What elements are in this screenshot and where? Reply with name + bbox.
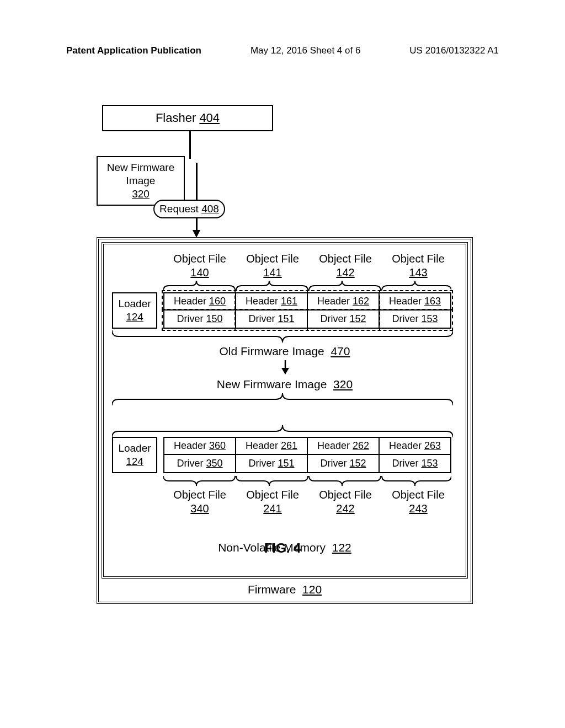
- driver-cell: Driver 153: [380, 311, 450, 328]
- driver-cell: Driver 151: [236, 455, 308, 472]
- header-cell: Header 360: [164, 438, 236, 454]
- flasher-label: Flasher: [156, 111, 196, 125]
- publication-type: Patent Application Publication: [66, 45, 201, 56]
- driver-cell: Driver 153: [380, 455, 450, 472]
- object-file-label: Object File 242: [309, 488, 382, 516]
- object-file-label: Object File 142: [309, 252, 382, 280]
- object-file-label: Object File 340: [163, 488, 236, 516]
- arrow-down-icon: [281, 360, 289, 374]
- brace-down-icon: [112, 393, 453, 405]
- table-row: Driver 350 Driver 151 Driver 152 Driver …: [164, 455, 450, 472]
- loader-block: Loader 124: [112, 292, 157, 329]
- object-file-label: Object File 141: [236, 252, 309, 280]
- connector-line: [196, 163, 198, 232]
- object-file-label: Object File 243: [382, 488, 455, 516]
- object-file-labels-top: Object File 140 Object File 141 Object F…: [163, 252, 461, 280]
- header-cell: Header 262: [308, 438, 380, 454]
- table-row: Header 360 Header 261 Header 262 Header …: [164, 438, 450, 455]
- brace-down-icon: [112, 425, 453, 437]
- request-ref: 408: [201, 203, 219, 215]
- figure-number: FIG. 4: [0, 540, 565, 556]
- loader-block: Loader 124: [112, 437, 157, 473]
- new-firmware-image-label: New Firmware Image 320: [104, 378, 466, 391]
- driver-cell: Driver 151: [236, 311, 308, 328]
- table-row: Header 160 Header 161 Header 162 Header …: [164, 293, 450, 311]
- svg-marker-1: [281, 368, 289, 374]
- header-cell: Header 263: [380, 438, 450, 454]
- new-fw-line2: Image: [126, 174, 156, 188]
- brace-up-icon: [163, 476, 451, 486]
- flasher-block: Flasher 404: [102, 105, 273, 131]
- object-file-label: Object File 241: [236, 488, 309, 516]
- flasher-ref: 404: [199, 111, 220, 125]
- header-cell: Header 163: [380, 293, 450, 309]
- nvmem-container: Object File 140 Object File 141 Object F…: [102, 242, 468, 579]
- new-firmware-block: New Firmware Image 320: [97, 156, 185, 206]
- request-oval: Request 408: [153, 200, 225, 218]
- header-cell: Header 160: [164, 293, 236, 309]
- object-file-label: Object File 143: [382, 252, 455, 280]
- firmware-label: Firmware 120: [102, 579, 468, 596]
- new-firmware-table: Header 360 Header 261 Header 262 Header …: [163, 437, 451, 473]
- old-firmware-table: Header 160 Header 161 Header 162 Header …: [163, 292, 451, 329]
- connector-line: [189, 131, 191, 159]
- new-fw-line1: New Firmware: [107, 161, 174, 174]
- header-cell: Header 261: [236, 438, 308, 454]
- table-row: Driver 150 Driver 151 Driver 152 Driver …: [164, 311, 450, 328]
- driver-cell: Driver 152: [308, 311, 380, 328]
- object-file-label: Object File 140: [163, 252, 236, 280]
- driver-cell: Driver 350: [164, 455, 236, 472]
- request-label: Request: [159, 203, 199, 215]
- page-header: Patent Application Publication May 12, 2…: [66, 45, 499, 56]
- publication-number: US 2016/0132322 A1: [409, 45, 499, 56]
- header-cell: Header 162: [308, 293, 380, 309]
- brace-up-icon: [112, 330, 453, 342]
- driver-cell: Driver 150: [164, 311, 236, 328]
- object-file-labels-bottom: Object File 340 Object File 241 Object F…: [163, 488, 461, 516]
- old-firmware-image-label: Old Firmware Image 470: [104, 345, 466, 358]
- date-sheet: May 12, 2016 Sheet 4 of 6: [250, 45, 360, 56]
- header-cell: Header 161: [236, 293, 308, 309]
- brace-down-icon: [163, 281, 451, 291]
- new-fw-ref: 320: [132, 188, 150, 201]
- arrow-down-icon: [193, 230, 200, 238]
- driver-cell: Driver 152: [308, 455, 380, 472]
